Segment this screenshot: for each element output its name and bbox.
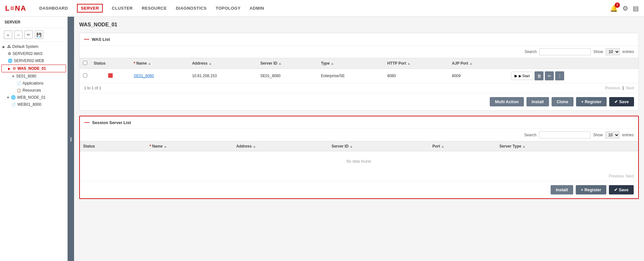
was-next-button[interactable]: Next xyxy=(626,86,634,90)
tree-item-icon: 📄 xyxy=(17,81,21,86)
tree-item-icon: 📋 xyxy=(17,88,21,93)
main-layout: SERVER + − ✏ 💾 ▶ 🖧 Default System ⚙ SERV… xyxy=(0,17,644,261)
sidebar-tree: ▶ 🖧 Default System ⚙ SERVER02-WAS 🌐 SERV… xyxy=(0,42,67,109)
was-list-panel: — WAS List Search Show 10 25 50 entries xyxy=(79,33,639,111)
install-button[interactable]: Install xyxy=(526,97,549,106)
was-col-type[interactable]: Type ▲ xyxy=(318,58,384,69)
session-install-button[interactable]: Install xyxy=(551,185,573,194)
was-show-select[interactable]: 10 25 50 xyxy=(606,48,620,55)
was-row-status xyxy=(90,69,130,83)
tree-item-label: Default System xyxy=(12,44,38,49)
tree-item-icon: ⚙ xyxy=(13,66,16,71)
tree-item-web01-8000[interactable]: 📄 WEB01_8000 xyxy=(0,101,67,108)
more-button[interactable]: ⋮ xyxy=(555,71,564,80)
save-button[interactable]: ✔ Save xyxy=(609,97,634,106)
nav-resource[interactable]: RESOURCE xyxy=(142,6,167,11)
remove-button[interactable]: − xyxy=(14,31,23,39)
was-col-name[interactable]: * Name ▲ xyxy=(130,58,189,69)
tree-item-server02-was[interactable]: ⚙ SERVER02-WAS xyxy=(0,50,67,57)
tree-item-se01-8080[interactable]: ▼ SE01_8080 xyxy=(0,73,67,80)
tree-item-web-node-01[interactable]: ▼ 🌐 WEB_NODE_01 xyxy=(0,94,67,101)
session-table-toolbar: Search Show 10 25 50 entries xyxy=(80,129,638,141)
session-prev-button[interactable]: Previous xyxy=(609,174,624,178)
edit-row-button[interactable]: ✏ xyxy=(545,71,554,80)
nav-server[interactable]: SERVER xyxy=(77,4,103,13)
session-col-name[interactable]: * Name ▲ xyxy=(146,141,233,151)
was-pagination-info: 1 to 1 of 1 xyxy=(84,86,101,90)
was-col-actions xyxy=(508,58,639,69)
menu-icon[interactable]: ▤ xyxy=(633,4,639,12)
session-search-input[interactable] xyxy=(539,131,591,139)
play-icon: ▶ xyxy=(515,74,517,78)
session-register-button[interactable]: + Register xyxy=(576,185,606,194)
session-list-title: Session Server List xyxy=(92,120,131,125)
was-row-select-checkbox[interactable] xyxy=(83,73,87,77)
session-pagination: Previous Next xyxy=(80,171,638,181)
session-show-label: Show xyxy=(593,133,603,137)
tree-item-label: Applications xyxy=(23,81,43,86)
add-button[interactable]: + xyxy=(4,31,12,39)
was-page-num[interactable]: 1 xyxy=(622,86,624,90)
was-table-toolbar: Search Show 10 25 50 entries xyxy=(80,46,639,58)
nav-dashboard[interactable]: DASHBOARD xyxy=(39,6,68,11)
clone-button[interactable]: Clone xyxy=(552,97,573,106)
start-button[interactable]: ▶ ▶ Start xyxy=(511,72,533,80)
was-pagination: 1 to 1 of 1 Previous 1 Next xyxy=(80,83,639,93)
tree-item-applications[interactable]: 📄 Applications xyxy=(0,80,67,87)
was-select-all-checkbox[interactable] xyxy=(83,61,87,65)
edit-button[interactable]: ✏ xyxy=(24,31,33,39)
save-sidebar-button[interactable]: 💾 xyxy=(35,31,43,39)
was-col-serverid[interactable]: Server ID ▲ xyxy=(257,58,317,69)
session-next-button[interactable]: Next xyxy=(626,174,634,178)
tree-item-server02-web[interactable]: 🌐 SERVER02-WEB xyxy=(0,57,67,64)
was-action-row: Multi Action Install Clone + Register ✔ … xyxy=(80,93,639,110)
session-col-status[interactable]: Status xyxy=(80,141,146,151)
session-save-button[interactable]: ✔ Save xyxy=(609,185,634,194)
sidebar-collapse-handle[interactable]: ‖ xyxy=(68,17,74,261)
was-search-input[interactable] xyxy=(539,48,591,55)
session-table: Status * Name ▲ Address ▲ Server ID ▲ Po xyxy=(80,141,638,171)
session-show-select[interactable]: 10 25 50 xyxy=(605,131,620,139)
session-col-port[interactable]: Port ▲ xyxy=(429,141,496,151)
nav-admin[interactable]: ADMIN xyxy=(250,6,264,11)
session-list-header: — Session Server List xyxy=(80,116,638,129)
was-row-checkbox xyxy=(80,69,90,83)
bell-badge: 8 xyxy=(615,3,620,8)
register-button[interactable]: + Register xyxy=(576,97,607,106)
was-row-type: Enterprise/SE xyxy=(318,69,384,83)
tree-item-icon: ⚙ xyxy=(8,51,11,56)
session-search-label: Search xyxy=(524,133,536,137)
nav-bar: DASHBOARD SERVER CLUSTER RESOURCE DIAGNO… xyxy=(39,4,610,13)
session-col-serverid[interactable]: Server ID ▲ xyxy=(328,141,429,151)
bell-button[interactable]: 🔔 8 xyxy=(610,4,618,12)
was-table: Status * Name ▲ Address ▲ Server ID ▲ Ty xyxy=(80,58,639,83)
was-prev-button[interactable]: Previous xyxy=(605,86,620,90)
was-row-ajpport: 8009 xyxy=(449,69,508,83)
session-list-dash: — xyxy=(84,120,90,125)
session-col-actions xyxy=(615,141,638,151)
was-entries-label: entries xyxy=(622,50,634,54)
was-list-title: WAS List xyxy=(92,37,110,42)
was-col-status[interactable]: Status xyxy=(90,58,130,69)
content-area: WAS_NODE_01 — WAS List Search Show 10 25… xyxy=(74,17,644,261)
nav-cluster[interactable]: CLUSTER xyxy=(112,6,133,11)
gear-icon[interactable]: ⚙ xyxy=(622,4,628,12)
was-row-actions: ▶ ▶ Start 🗑 ✏ ⋮ xyxy=(508,69,639,83)
was-col-httpport[interactable]: HTTP Port ▲ xyxy=(384,58,449,69)
was-show-label: Show xyxy=(593,50,603,54)
tree-item-was-node-01[interactable]: ▶ ⚙ WAS_NODE_01 xyxy=(1,65,66,72)
tree-item-default-system[interactable]: ▶ 🖧 Default System xyxy=(0,43,67,50)
multi-action-button[interactable]: Multi Action xyxy=(490,97,524,106)
session-col-address[interactable]: Address ▲ xyxy=(233,141,328,151)
nav-right: 🔔 8 ⚙ ▤ xyxy=(610,4,639,12)
tree-item-label: WEB_NODE_01 xyxy=(17,95,46,100)
was-name-link[interactable]: SE01_8080 xyxy=(134,74,154,78)
session-col-servertype[interactable]: Server Type ▲ xyxy=(496,141,615,151)
sidebar: SERVER + − ✏ 💾 ▶ 🖧 Default System ⚙ SERV… xyxy=(0,17,68,261)
was-col-ajpport[interactable]: AJP Port ▲ xyxy=(449,58,508,69)
nav-topology[interactable]: TOPOLOGY xyxy=(216,6,241,11)
delete-button[interactable]: 🗑 xyxy=(535,71,544,80)
tree-item-resources[interactable]: 📋 Resources xyxy=(0,87,67,94)
was-col-address[interactable]: Address ▲ xyxy=(189,58,257,69)
nav-diagnostics[interactable]: DIAGNOSTICS xyxy=(176,6,207,11)
